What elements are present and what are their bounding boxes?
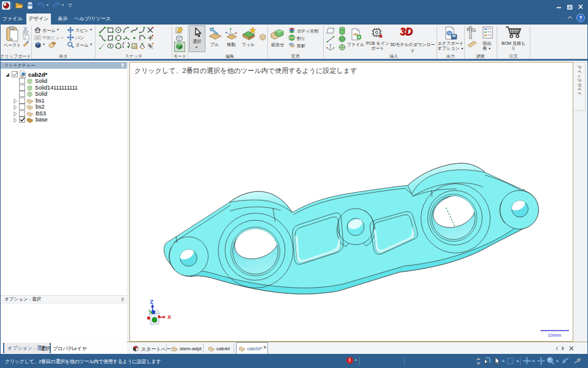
svg-text:X: X <box>167 314 171 320</box>
svg-text:Z: Z <box>150 299 154 305</box>
svg-text:10mm: 10mm <box>548 332 562 338</box>
